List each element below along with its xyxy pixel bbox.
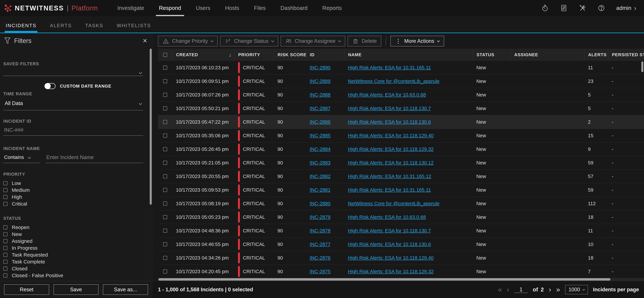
page-size-select[interactable]: 1000 — [565, 285, 588, 294]
incident-name-input[interactable] — [46, 151, 143, 163]
nav-item[interactable]: Investigate — [110, 0, 152, 16]
checkbox-unchecked-icon[interactable] — [3, 188, 8, 192]
page-number-input[interactable] — [514, 286, 528, 293]
table-row[interactable]: 10/17/2023 04:48:36 pm CRITICAL 90 INC-2… — [158, 224, 644, 238]
checkbox-unchecked-icon[interactable] — [163, 188, 167, 192]
change-status-button[interactable]: Change Status — [220, 36, 278, 46]
incident-id-input[interactable] — [3, 124, 143, 136]
incident-id-link[interactable]: INC-2887 — [310, 106, 330, 111]
checkbox-unchecked-icon[interactable] — [163, 242, 167, 246]
nav-item[interactable]: Files — [246, 0, 273, 16]
incident-id-link[interactable]: INC-2876 — [310, 255, 330, 261]
incident-name-link[interactable]: High Risk Alerts: ESA for 10.31.165.11 — [348, 65, 431, 70]
checkbox-unchecked-icon[interactable] — [163, 66, 167, 70]
status-option[interactable]: New — [3, 231, 143, 238]
incident-id-link[interactable]: INC-2889 — [310, 78, 330, 84]
user-menu[interactable]: admin › — [616, 5, 636, 12]
status-option[interactable]: Closed - False Positive — [3, 272, 143, 279]
checkbox-unchecked-icon[interactable] — [3, 181, 8, 185]
checkbox-unchecked-icon[interactable] — [163, 256, 167, 260]
table-row[interactable]: 10/17/2023 06:07:26 pm CRITICAL 90 INC-2… — [158, 88, 644, 102]
admin-tools-icon[interactable] — [579, 4, 586, 12]
custom-date-range-toggle[interactable] — [44, 83, 56, 89]
priority-option[interactable]: High — [3, 194, 143, 200]
table-row[interactable]: 10/17/2023 05:05:23 pm CRITICAL 90 INC-2… — [158, 210, 644, 224]
table-row[interactable]: 10/17/2023 05:09:53 pm CRITICAL 90 INC-2… — [158, 183, 644, 197]
nav-item[interactable]: Dashboard — [273, 0, 315, 16]
status-option[interactable]: Assigned — [3, 238, 143, 244]
table-row[interactable]: 10/17/2023 04:34:26 pm CRITICAL 90 INC-2… — [158, 251, 644, 265]
checkbox-unchecked-icon[interactable] — [163, 270, 167, 274]
checkbox-unchecked-icon[interactable] — [3, 225, 8, 229]
table-row[interactable]: 10/17/2023 05:21:05 pm CRITICAL 90 INC-2… — [158, 156, 644, 170]
incident-id-link[interactable]: INC-2881 — [310, 187, 330, 193]
incident-name-link[interactable]: High Risk Alerts: ESA for 10.118.129.32 — [348, 146, 434, 152]
status-option[interactable]: Closed — [3, 265, 143, 272]
checkbox-unchecked-icon[interactable] — [163, 134, 167, 138]
table-row[interactable]: 10/17/2023 05:50:21 pm CRITICAL 90 INC-2… — [158, 102, 644, 115]
priority-option[interactable]: Low — [3, 180, 143, 186]
priority-option[interactable]: Medium — [3, 186, 143, 194]
checkbox-unchecked-icon[interactable] — [3, 246, 8, 250]
checkbox-unchecked-icon[interactable] — [163, 106, 167, 110]
incident-id-link[interactable]: INC-2875 — [310, 269, 330, 274]
checkbox-unchecked-icon[interactable] — [163, 120, 167, 124]
system-health-icon[interactable] — [560, 4, 568, 12]
saved-filters-select[interactable] — [3, 66, 143, 76]
next-page-button[interactable]: › — [549, 286, 551, 293]
column-header-priority[interactable]: PRIORITY — [234, 49, 274, 61]
incident-id-link[interactable]: INC-2877 — [310, 242, 330, 247]
incident-id-link[interactable]: INC-2888 — [310, 92, 330, 98]
checkbox-unchecked-icon[interactable] — [3, 274, 8, 278]
incident-name-link[interactable]: High Risk Alerts: ESA for 10.118.129.40 — [348, 133, 434, 138]
checkbox-unchecked-icon[interactable] — [163, 202, 167, 206]
incident-name-link[interactable]: NetWitness Core for @contentLib_apprule — [348, 201, 440, 206]
incident-id-link[interactable]: INC-2886 — [310, 119, 330, 125]
incident-name-link[interactable]: High Risk Alerts: ESA for 10.118.130.12 — [348, 160, 434, 166]
priority-option[interactable]: Critical — [3, 200, 143, 207]
incident-id-link[interactable]: INC-2880 — [310, 201, 330, 206]
change-priority-button[interactable]: Change Priority — [158, 36, 218, 46]
checkbox-unchecked-icon[interactable] — [3, 232, 8, 236]
tab[interactable]: WHITELISTS — [117, 18, 151, 32]
checkbox-unchecked-icon[interactable] — [163, 93, 167, 97]
checkbox-unchecked-icon[interactable] — [3, 239, 8, 243]
column-header-alerts[interactable]: ALERTS — [584, 49, 608, 61]
last-page-button[interactable]: » — [556, 286, 560, 293]
status-option[interactable]: Task Requested — [3, 251, 143, 258]
table-row[interactable]: 10/17/2023 05:35:06 pm CRITICAL 90 INC-2… — [158, 129, 644, 142]
checkbox-unchecked-icon[interactable] — [3, 202, 8, 206]
incident-name-link[interactable]: High Risk Alerts: ESA for 10.31.165.12 — [348, 174, 431, 179]
incident-name-link[interactable]: High Risk Alerts: ESA for 10.63.0.68 — [348, 92, 426, 98]
column-header-created[interactable]: CREATED ↓ — [172, 49, 234, 61]
prev-page-button[interactable]: ‹ — [507, 286, 509, 293]
nav-item[interactable]: Users — [188, 0, 218, 16]
horizontal-scrollbar[interactable] — [158, 278, 644, 281]
tab[interactable]: TASKS — [85, 18, 104, 32]
incident-id-link[interactable]: INC-2883 — [310, 160, 330, 166]
table-row[interactable]: 10/17/2023 05:26:45 pm CRITICAL 90 INC-2… — [158, 142, 644, 156]
column-header-risk-score[interactable]: RISK SCORE — [274, 49, 306, 61]
incident-name-link[interactable]: High Risk Alerts: ESA for 10.63.0.68 — [348, 214, 426, 220]
change-assignee-button[interactable]: Change Assignee — [281, 36, 345, 46]
table-row[interactable]: 10/17/2023 04:46:55 pm CRITICAL 90 INC-2… — [158, 238, 644, 251]
column-header-persisted-status[interactable]: PERSISTED STATUS — [608, 49, 644, 61]
column-header-id[interactable]: ID — [306, 49, 344, 61]
incident-name-link[interactable]: High Risk Alerts: ESA for 10.31.165.11 — [348, 187, 431, 193]
first-page-button[interactable]: « — [498, 286, 502, 293]
status-option[interactable]: Task Complete — [3, 258, 143, 265]
reset-button[interactable]: Reset — [4, 284, 49, 295]
more-actions-button[interactable]: ⋮ More Actions — [390, 36, 444, 46]
select-all-cell[interactable] — [158, 49, 172, 61]
incident-id-link[interactable]: INC-2885 — [310, 133, 330, 138]
table-row[interactable]: 10/17/2023 06:10:23 pm CRITICAL 90 INC-2… — [158, 61, 644, 74]
incident-name-link[interactable]: High Risk Alerts: ESA for 10.118.130.7 — [348, 228, 431, 234]
incident-id-link[interactable]: INC-2878 — [310, 228, 330, 234]
tab[interactable]: INCIDENTS — [6, 18, 36, 32]
table-row[interactable]: 10/17/2023 06:09:51 pm CRITICAL 90 INC-2… — [158, 74, 644, 88]
nav-item[interactable]: Respond — [152, 0, 188, 16]
status-option[interactable]: In Progress — [3, 244, 143, 251]
column-header-status[interactable]: STATUS — [473, 49, 510, 61]
vertical-scrollbar-thumb[interactable] — [641, 62, 643, 72]
checkbox-unchecked-icon[interactable] — [163, 161, 167, 165]
